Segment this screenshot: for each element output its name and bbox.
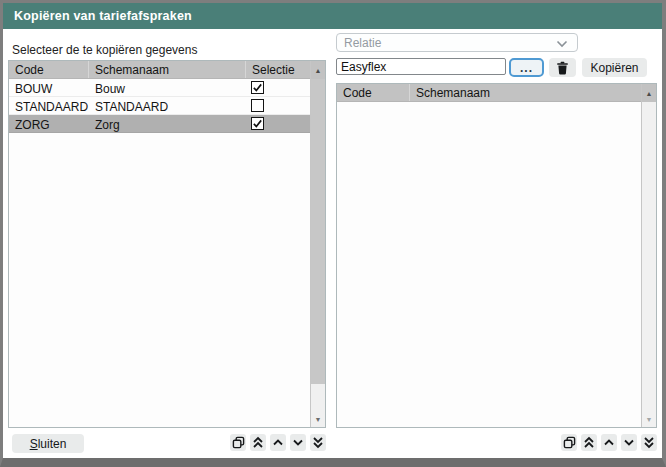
cell-schemanaam: Bouw [89,80,246,96]
chevron-down-icon [556,40,568,48]
source-table-scrollbar[interactable]: ▲ ▼ [310,61,325,427]
scrollbar-thumb[interactable] [311,79,325,384]
column-header-code[interactable]: Code [337,84,410,101]
selectie-checkbox[interactable] [251,99,264,112]
selectie-checkbox[interactable] [251,117,264,130]
left-panel-label: Selecteer de te kopiëren gegevens [12,43,197,57]
chevron-double-up-icon [583,436,595,449]
scroll-up-icon[interactable]: ▲ [642,84,656,102]
target-table-header: Code Schemanaam [337,84,656,102]
cell-code: ZORG [9,116,89,132]
copy-button[interactable]: Kopiëren [582,58,647,77]
scroll-down-button[interactable] [621,434,637,451]
target-table: Code Schemanaam ▲ ▼ [336,83,657,428]
checkmark-icon [252,82,263,93]
table-row[interactable]: STANDAARD STANDAARD [9,97,325,115]
dialog-titlebar: Kopiëren van tariefafspraken [3,3,662,29]
close-button[interactable]: Sluiten [12,434,84,453]
scroll-top-button[interactable] [581,434,597,451]
relatie-dropdown[interactable]: Relatie [336,33,578,52]
relatie-search-input[interactable] [336,58,506,75]
relatie-dropdown-value: Relatie [344,36,381,50]
copy-pages-icon [232,436,245,449]
chevron-up-icon [272,436,284,449]
target-table-scrollbar[interactable]: ▲ ▼ [641,84,656,427]
scroll-bottom-button[interactable] [641,434,657,451]
scroll-top-button[interactable] [250,434,266,451]
source-table-header: Code Schemanaam Selectie [9,61,325,79]
source-table: Code Schemanaam Selectie BOUW Bouw STAND… [8,60,326,428]
chevron-double-up-icon [252,436,264,449]
cell-code: BOUW [9,80,89,96]
scroll-down-icon[interactable]: ▼ [311,413,325,426]
scroll-up-button[interactable] [601,434,617,451]
table-row[interactable]: ZORG Zorg [9,115,325,133]
scroll-down-button[interactable] [290,434,306,451]
chevron-down-icon [292,436,304,449]
column-header-schemanaam[interactable]: Schemanaam [410,84,642,101]
scroll-down-icon[interactable]: ▼ [642,413,656,426]
column-header-code[interactable]: Code [9,61,89,78]
chevron-double-down-icon [312,436,324,449]
cell-code: STANDAARD [9,98,89,114]
selectie-checkbox[interactable] [251,81,264,94]
checkmark-icon [252,118,263,129]
table-row[interactable]: BOUW Bouw [9,79,325,97]
source-nav-buttons [230,434,326,451]
ellipsis-icon: ... [520,61,533,75]
column-header-selectie[interactable]: Selectie [246,61,312,78]
column-header-schemanaam[interactable]: Schemanaam [89,61,246,78]
dialog-title: Kopiëren van tariefafspraken [14,9,192,23]
chevron-double-down-icon [643,436,655,449]
copy-pages-icon [563,436,576,449]
cell-schemanaam: STANDAARD [89,98,246,114]
scroll-up-icon[interactable]: ▲ [311,61,325,79]
chevron-up-icon [603,436,615,449]
duplicate-button[interactable] [230,434,246,451]
duplicate-button[interactable] [561,434,577,451]
cell-schemanaam: Zorg [89,116,246,132]
chevron-down-icon [623,436,635,449]
browse-button[interactable]: ... [509,58,544,77]
target-nav-buttons [561,434,657,451]
trash-icon [556,61,569,75]
delete-button[interactable] [549,58,576,77]
dialog-window: Kopiëren van tariefafspraken Selecteer d… [0,0,666,467]
scroll-bottom-button[interactable] [310,434,326,451]
scroll-up-button[interactable] [270,434,286,451]
